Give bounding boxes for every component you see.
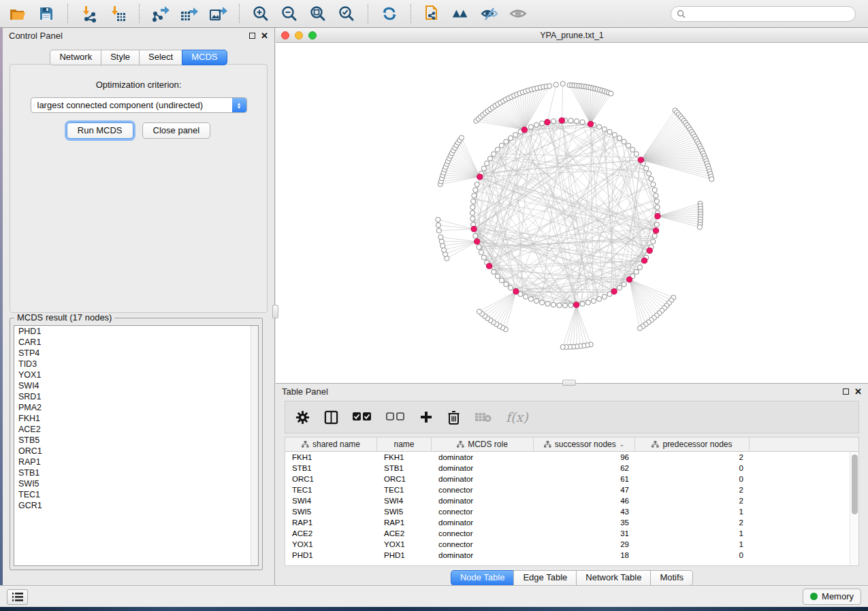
cell-shared-name: SWI5 [285,506,377,517]
result-node-item[interactable]: TEC1 [14,489,258,500]
tab-select[interactable]: Select [139,50,182,65]
column-header-MCDS-role[interactable]: MCDS role [432,437,534,451]
columns-icon[interactable] [324,410,338,425]
network-graph[interactable] [276,43,868,383]
search-input[interactable] [689,9,850,18]
table-row[interactable]: ORC1ORC1dominator610 [285,474,858,484]
sort-desc-icon: ⌄ [620,441,625,448]
result-node-item[interactable]: TID3 [14,359,258,369]
cell-predecessor-nodes: 0 [635,463,750,474]
zoom-fit-icon[interactable] [308,4,327,23]
panel-menu-button[interactable] [7,589,28,605]
table-row[interactable]: ACE2ACE2connector311 [285,528,858,539]
result-node-item[interactable]: ACE2 [14,424,258,435]
import-table-icon[interactable] [108,4,127,23]
network-canvas[interactable] [276,43,868,383]
export-table-icon[interactable] [180,4,199,23]
float-panel-icon[interactable] [249,33,255,39]
table-row[interactable]: PHD1PHD1dominator180 [285,550,858,561]
table-row[interactable]: STB1STB1dominator620 [285,463,858,474]
tab-edge-table[interactable]: Edge Table [513,570,577,586]
close-panel-button[interactable]: Close panel [142,122,211,139]
tab-style[interactable]: Style [101,50,140,65]
table-row[interactable]: YOX1YOX1connector291 [285,539,858,550]
splitter-grip-horizontal[interactable] [562,380,576,386]
run-mcds-button[interactable]: Run MCDS [67,122,133,139]
column-header-shared-name[interactable]: shared name [285,437,377,451]
splitter-grip-vertical[interactable] [272,305,278,318]
mcds-result-list[interactable]: PHD1CAR1STP4TID3YOX1SWI4SRD1PMA2FKH1ACE2… [14,325,259,566]
result-node-item[interactable]: PMA2 [14,402,258,413]
close-panel-icon[interactable]: ✕ [261,31,268,40]
cell-predecessor-nodes: 1 [635,528,750,539]
import-network-icon[interactable] [80,4,99,23]
column-header-predecessor-nodes[interactable]: predecessor nodes [635,437,750,451]
tab-mcds[interactable]: MCDS [182,50,227,65]
add-row-icon[interactable] [419,410,433,424]
control-panel-title: Control Panel [9,31,244,41]
table-row[interactable]: TEC1TEC1connector472 [285,484,858,495]
close-table-panel-icon[interactable]: ✕ [854,387,862,396]
deselect-all-rows-icon[interactable] [386,412,405,422]
save-icon[interactable] [37,4,56,23]
tab-network[interactable]: Network [50,50,101,65]
table-row[interactable]: FKH1FKH1dominator962 [285,452,858,463]
tab-motifs[interactable]: Motifs [650,570,693,586]
result-node-item[interactable]: SWI4 [14,380,258,391]
function-builder-icon[interactable]: f(x) [506,410,528,425]
table-scrollbar[interactable] [850,452,858,565]
cell-predecessor-nodes: 2 [635,517,750,528]
result-node-item[interactable]: CAR1 [14,337,258,348]
share-document-icon[interactable] [423,4,442,23]
search-network-icon[interactable] [451,4,470,23]
tab-node-table[interactable]: Node Table [451,570,515,586]
network-window-titlebar[interactable]: YPA_prune.txt_1 [276,28,868,43]
criterion-select[interactable]: largest connected component (undirected)… [31,97,247,113]
result-node-item[interactable]: RAP1 [14,457,258,467]
gear-icon[interactable] [295,410,310,425]
table-row[interactable]: RAP1RAP1dominator352 [285,517,858,528]
delete-row-icon[interactable] [447,410,460,425]
result-list-scrollbar[interactable] [251,326,258,565]
show-details-icon[interactable] [509,4,528,23]
tab-network-table[interactable]: Network Table [576,570,651,586]
result-node-item[interactable]: SRD1 [14,391,258,402]
result-node-item[interactable]: ORC1 [14,446,258,457]
select-all-rows-icon[interactable] [353,412,372,422]
table-row[interactable]: SWI4SWI4dominator462 [285,495,858,506]
search-field[interactable] [671,6,856,22]
table-row[interactable]: SWI5SWI5connector431 [285,506,858,517]
export-network-icon[interactable] [151,4,170,23]
open-folder-icon[interactable] [8,4,27,23]
cell-MCDS-role: dominator [432,452,534,463]
memory-button[interactable]: Memory [803,589,861,605]
result-node-item[interactable]: STB5 [14,435,258,446]
cell-MCDS-role: connector [432,484,534,495]
zoom-selected-icon[interactable] [337,4,356,23]
refresh-icon[interactable] [380,4,399,23]
network-window-title: YPA_prune.txt_1 [276,31,868,40]
result-node-item[interactable]: GCR1 [14,500,258,511]
result-node-item[interactable]: FKH1 [14,413,258,424]
export-image-icon[interactable] [208,4,227,23]
zoom-out-icon[interactable] [280,4,299,23]
delete-table-icon[interactable] [475,412,492,423]
result-node-item[interactable]: YOX1 [14,369,258,380]
node-table[interactable]: shared namenameMCDS rolesuccessor nodes⌄… [285,437,859,566]
column-header-name[interactable]: name [377,437,432,451]
float-table-panel-icon[interactable] [843,389,849,395]
table-scrollbar-thumb[interactable] [852,455,858,514]
app-window: Control Panel ✕ NetworkStyleSelectMCDS O… [0,0,868,611]
cell-successor-nodes: 18 [534,550,635,561]
result-node-item[interactable]: PHD1 [14,326,258,337]
column-header-successor-nodes[interactable]: successor nodes⌄ [534,437,635,451]
zoom-in-icon[interactable] [251,4,270,23]
network-view-window: YPA_prune.txt_1 [276,28,868,383]
result-node-item[interactable]: STP4 [14,348,258,359]
cell-MCDS-role: dominator [432,550,534,561]
table-panel-tabs: Node TableEdge TableNetwork TableMotifs [276,570,868,586]
hide-details-icon[interactable] [480,4,499,23]
result-node-item[interactable]: SWI5 [14,478,258,489]
cell-predecessor-nodes: 0 [635,550,750,561]
result-node-item[interactable]: STB1 [14,467,258,478]
